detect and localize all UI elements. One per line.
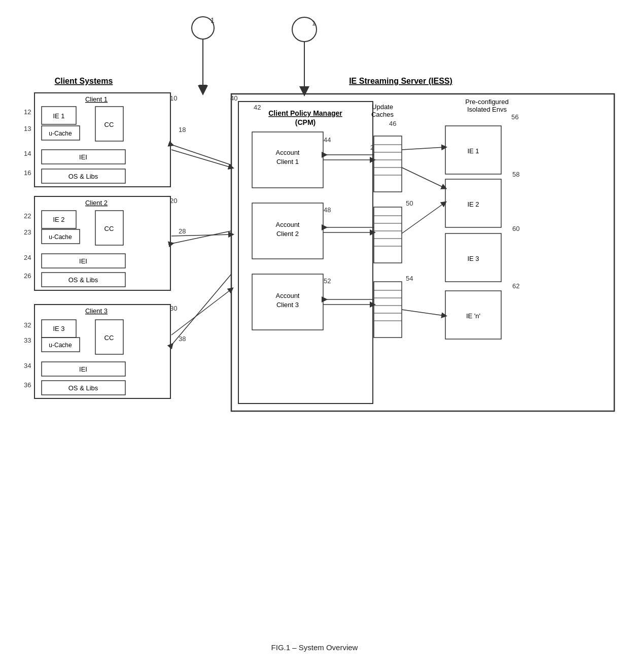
account-client1-label-line1: Account [276, 149, 300, 156]
label-n54: 54 [406, 275, 413, 282]
label-n50: 50 [406, 199, 413, 207]
client-systems-header: Client Systems [55, 77, 113, 85]
svg-line-26 [402, 203, 444, 233]
account-client2-label-line2: Client 2 [276, 230, 299, 238]
label-n38: 38 [179, 335, 186, 343]
label-n14: 14 [24, 150, 31, 157]
client2-label: Client 2 [85, 199, 108, 207]
label-n26: 26 [24, 272, 31, 280]
svg-line-25 [402, 147, 444, 150]
label-n33: 33 [24, 337, 31, 344]
oslibs-c3-label: OS & Libs [68, 384, 98, 392]
account-client2-label-line1: Account [276, 221, 300, 228]
preconfigured-label-line1: Pre-configured [465, 98, 508, 106]
label-n24: 24 [24, 254, 31, 261]
label-n1-top: 1 [312, 19, 316, 27]
label-n18: 18 [179, 126, 186, 133]
update-caches-label-line2: Caches [371, 111, 394, 118]
label-n60: 60 [512, 225, 519, 232]
label-n42: 42 [254, 104, 261, 111]
ie1-c1-label: IE 1 [53, 112, 64, 120]
label-n16: 16 [24, 169, 31, 177]
ie2-server-label: IE 2 [467, 200, 479, 208]
ie-streaming-server-header: IE Streaming Server (IESS) [349, 77, 452, 85]
client3-label: Client 3 [85, 307, 108, 315]
svg-line-3 [171, 145, 231, 165]
label-n62: 62 [512, 282, 519, 290]
cc-c1-label: CC [104, 121, 114, 128]
cpm-label-line2: (CPM) [295, 118, 316, 126]
iei-c3-label: IEI [79, 365, 87, 373]
ie3-server-label: IE 3 [467, 255, 479, 262]
label-n2: 2 [370, 144, 374, 151]
cpm-box [238, 102, 373, 404]
iess-box [231, 94, 614, 411]
svg-line-32 [171, 274, 231, 345]
svg-line-27 [402, 310, 444, 316]
cpm-label-line1: Client Policy Manager [268, 109, 342, 117]
label-n34: 34 [24, 362, 31, 369]
figure-caption: FIG.1 – System Overview [0, 643, 629, 652]
ien-server-label: IE 'n' [466, 312, 480, 320]
update-caches-label-line1: Update [372, 103, 393, 111]
label-n28: 28 [179, 227, 186, 235]
label-n48: 48 [324, 206, 331, 214]
oslibs-c2-label: OS & Libs [68, 276, 98, 284]
ucache-c2-label: u-Cache [49, 233, 72, 241]
cc-c3-label: CC [104, 334, 114, 342]
cc-c2-label: CC [104, 225, 114, 232]
iei-c1-label: IEI [79, 153, 87, 161]
iei-c2-label: IEI [79, 257, 87, 265]
label-n32: 32 [24, 321, 31, 329]
label-n30: 30 [170, 305, 177, 312]
ucache-c3-label: u-Cache [49, 342, 72, 349]
ie3-c3-label: IE 3 [53, 325, 64, 332]
label-n46: 46 [389, 120, 396, 127]
svg-line-29 [171, 150, 231, 167]
label-n23: 23 [24, 228, 31, 236]
label-n1: 1 [211, 16, 215, 24]
ie2-c2-label: IE 2 [53, 216, 64, 223]
label-n36: 36 [24, 381, 31, 389]
label-n58: 58 [512, 171, 519, 178]
label-n10: 10 [170, 94, 177, 102]
label-n22: 22 [24, 212, 31, 220]
label-n56: 56 [511, 113, 518, 121]
account-client3-label-line2: Client 3 [276, 301, 299, 309]
ucache-c1-label: u-Cache [49, 130, 72, 137]
label-n20: 20 [170, 197, 177, 205]
account-client3-label-line1: Account [276, 292, 300, 299]
label-n13: 13 [24, 125, 31, 132]
client1-label: Client 1 [85, 95, 108, 103]
svg-line-33 [171, 289, 231, 335]
label-n44: 44 [324, 136, 331, 144]
diagram: 1 Client Systems IE Streaming Server (IE… [0, 0, 629, 599]
label-n52: 52 [324, 277, 331, 285]
label-n12: 12 [24, 108, 31, 116]
oslibs-c1-label: OS & Libs [68, 173, 98, 180]
account-client1-label-line2: Client 1 [276, 158, 299, 165]
svg-line-28 [402, 167, 444, 188]
ie1-server-label: IE 1 [467, 147, 479, 155]
preconfigured-label-line2: Isolated Envs [467, 106, 507, 113]
